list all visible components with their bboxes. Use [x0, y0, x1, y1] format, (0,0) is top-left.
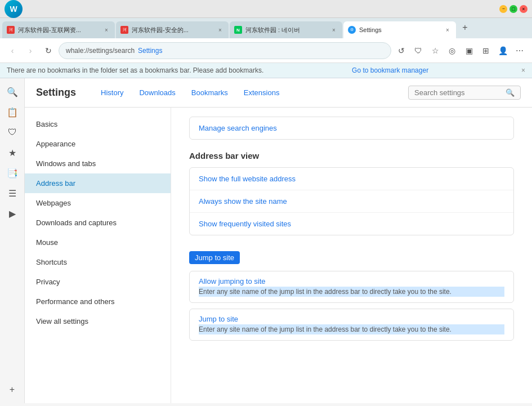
menu-icon[interactable]: ⋯ [512, 43, 527, 59]
bookmark-message: There are no bookmarks in the folder set… [7, 66, 263, 74]
jump-option-2-desc: Enter any site name of the jump list in … [199, 324, 504, 334]
sidebar-star-icon[interactable]: ★ [3, 144, 21, 162]
tab-close-3[interactable]: × [330, 26, 338, 34]
settings-nav-downloads[interactable]: Downloads [132, 85, 182, 100]
settings-search[interactable]: 🔍 [408, 86, 521, 100]
browser-tab-2[interactable]: 河 河东软件园-安全的... × [116, 21, 229, 38]
option-visited-sites[interactable]: Show frequently visited sites [190, 213, 513, 235]
tab-close-2[interactable]: × [216, 26, 224, 34]
search-icon: 🔍 [506, 88, 515, 97]
jump-option-1-title[interactable]: Allow jumping to site [199, 277, 504, 285]
nav-bar: ‹ › ↻ whale://settings/search Settings ↺… [0, 38, 532, 63]
sidebar-list-icon[interactable]: ☰ [3, 184, 21, 202]
address-bar[interactable]: whale://settings/search Settings [59, 42, 391, 59]
settings-nav-extensions[interactable]: Extensions [237, 85, 287, 100]
tab-favicon-4: ⚙ [348, 26, 356, 34]
settings-header: Settings History Downloads Bookmarks Ext… [25, 78, 532, 108]
jump-option-2-title[interactable]: Jump to site [199, 315, 504, 323]
sidebar-add-icon[interactable]: + [3, 381, 21, 399]
settings-content: Basics Appearance Windows and tabs Addre… [25, 108, 532, 403]
side-icons: 🔍 📋 🛡 ★ 📑 ☰ ▶ + [0, 78, 25, 403]
left-nav-shortcuts[interactable]: Shortcuts [25, 252, 171, 272]
jump-option-1-desc: Enter any site name of the jump list in … [199, 287, 504, 297]
tab-title-4: Settings [359, 26, 440, 33]
tab-close-1[interactable]: × [102, 26, 110, 34]
user-icon[interactable]: 👤 [495, 43, 511, 59]
tab-favicon-1: 河 [7, 26, 15, 34]
left-nav-performance[interactable]: Performance and others [25, 292, 171, 311]
settings-nav-history[interactable]: History [94, 85, 130, 100]
window-controls: － □ × [499, 5, 527, 13]
browser-tab-3[interactable]: N 河东软件园 : 네이버 × [230, 21, 342, 38]
sidebar-shield-icon[interactable]: 🛡 [3, 123, 21, 141]
reload-icon[interactable]: ↺ [394, 43, 409, 59]
refresh-button[interactable]: ↻ [41, 43, 56, 59]
address-url: whale://settings/search [66, 47, 135, 55]
left-nav: Basics Appearance Windows and tabs Addre… [25, 108, 171, 403]
jump-section-title: Jump to site [189, 247, 514, 271]
tab-title-1: 河东软件园-互联网资... [18, 26, 99, 34]
window-logo: W [5, 0, 23, 18]
main-layout: 🔍 📋 🛡 ★ 📑 ☰ ▶ + Settings History Downloa… [0, 78, 532, 403]
left-nav-appearance[interactable]: Appearance [25, 134, 171, 154]
back-button[interactable]: ‹ [5, 43, 20, 59]
manage-search-engines-option[interactable]: Manage search engines [190, 117, 513, 139]
jump-option-2: Jump to site Enter any site name of the … [189, 309, 514, 341]
jump-option-1: Allow jumping to site Enter any site nam… [189, 271, 514, 303]
bookmark-bar: There are no bookmarks in the folder set… [0, 63, 532, 78]
settings-title: Settings [36, 87, 76, 99]
left-nav-mouse[interactable]: Mouse [25, 233, 171, 252]
nav-icons-right: ↺ 🛡 ☆ ◎ ▣ ⊞ 👤 ⋯ [394, 43, 527, 59]
forward-button[interactable]: › [23, 43, 38, 59]
left-nav-webpages[interactable]: Webpages [25, 193, 171, 213]
tab-close-4[interactable]: × [444, 26, 451, 34]
settings-nav: History Downloads Bookmarks Extensions [94, 85, 286, 100]
bookmark-close-icon[interactable]: × [521, 66, 525, 74]
sidebar-play-icon[interactable]: ▶ [3, 204, 21, 222]
browser-tab-1[interactable]: 河 河东软件园-互联网资... × [2, 21, 115, 38]
split-icon[interactable]: ⊞ [478, 43, 494, 59]
tab-title-2: 河东软件园-安全的... [132, 26, 213, 34]
close-button[interactable]: × [520, 5, 527, 13]
left-nav-address-bar[interactable]: Address bar [25, 173, 171, 193]
option-full-address[interactable]: Show the full website address [190, 168, 513, 190]
sidebar-toggle-icon[interactable]: ▣ [461, 43, 477, 59]
left-nav-privacy[interactable]: Privacy [25, 272, 171, 292]
sidebar-search-icon[interactable]: 🔍 [3, 83, 21, 101]
star-icon[interactable]: ☆ [427, 43, 443, 59]
tab-title-3: 河东软件园 : 네이버 [245, 26, 327, 34]
tab-favicon-2: 河 [120, 26, 128, 34]
browser-tab-4[interactable]: ⚙ Settings × [343, 21, 456, 38]
address-page: Settings [138, 47, 162, 55]
address-bar-view-card: Show the full website address Always sho… [189, 167, 514, 235]
left-nav-basics[interactable]: Basics [25, 114, 171, 134]
settings-page: Settings History Downloads Bookmarks Ext… [25, 78, 532, 403]
title-bar: W － □ × [0, 0, 532, 18]
tab-bar: 河 河东软件园-互联网资... × 河 河东软件园-安全的... × N 河东软… [0, 18, 532, 38]
settings-nav-bookmarks[interactable]: Bookmarks [185, 85, 235, 100]
minimize-button[interactable]: － [499, 5, 507, 13]
jump-section-label: Jump to site [189, 251, 240, 264]
new-tab-button[interactable]: + [457, 20, 473, 35]
shield-icon[interactable]: 🛡 [410, 43, 426, 59]
tab-favicon-3: N [234, 26, 242, 34]
bookmark-link[interactable]: Go to bookmark manager [352, 66, 428, 74]
option-site-name[interactable]: Always show the site name [190, 190, 513, 213]
left-nav-windows-tabs[interactable]: Windows and tabs [25, 154, 171, 173]
left-nav-downloads-captures[interactable]: Downloads and captures [25, 213, 171, 233]
left-nav-view-all[interactable]: View all settings [25, 311, 171, 331]
search-input[interactable] [414, 88, 501, 97]
sidebar-notes-icon[interactable]: 📋 [3, 103, 21, 121]
camera-icon[interactable]: ◎ [444, 43, 460, 59]
main-content: Manage search engines Address bar view S… [171, 108, 532, 403]
address-bar-view-title: Address bar view [189, 151, 514, 160]
maximize-button[interactable]: □ [509, 5, 517, 13]
manage-search-engines-card: Manage search engines [189, 117, 514, 140]
sidebar-book-icon[interactable]: 📑 [3, 164, 21, 182]
